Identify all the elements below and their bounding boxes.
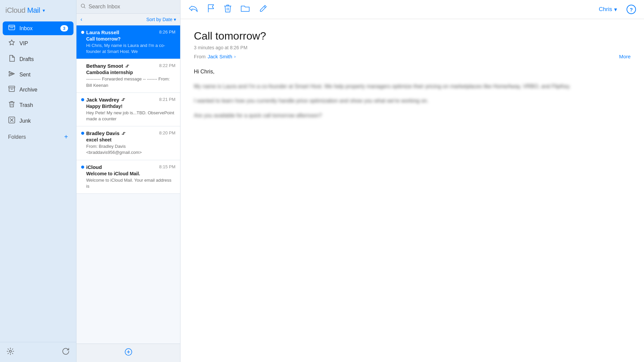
user-menu[interactable]: Chris ▾ — [599, 6, 617, 13]
sort-button[interactable]: Sort by Date ▾ — [146, 17, 176, 22]
unread-indicator — [81, 132, 84, 135]
filter-icon[interactable] — [124, 348, 132, 358]
email-preview: ---------- Forwarded message -- ------- … — [81, 76, 175, 88]
unread-indicator — [81, 31, 84, 34]
inbox-badge: 3 — [60, 25, 68, 32]
email-body-line1: My name is Laura and I'm a co-founder at… — [194, 82, 631, 91]
email-body-line3: Are you available for a quick call tomor… — [194, 111, 631, 120]
email-view-title: Call tomorrow? — [194, 30, 631, 42]
sidebar: iCloud Mail ▾ Inbox 3 VIP — [0, 0, 76, 362]
email-subject: Happy Birthday! — [81, 104, 175, 109]
sidebar-nav: Inbox 3 VIP Drafts — [0, 19, 76, 342]
search-input[interactable] — [89, 4, 176, 10]
email-subject: Cambodia internship — [81, 70, 175, 75]
email-time: 8:15 PM — [159, 164, 175, 169]
email-body-line2: I wanted to learn how you currently hand… — [194, 97, 631, 105]
email-greeting: Hi Chris, — [194, 67, 631, 76]
email-item[interactable]: Bradley Davis 🖇 8:20 PM excel sheet From… — [76, 126, 180, 160]
inbox-label: Inbox — [19, 25, 56, 32]
email-list-panel: ‹ Sort by Date ▾ Laura Russell 8:26 PM C… — [76, 0, 180, 362]
sort-label-text: Sort by Date — [146, 17, 172, 22]
junk-label: Junk — [19, 118, 68, 124]
trash-label: Trash — [19, 102, 68, 108]
sidebar-item-archive[interactable]: Archive — [3, 82, 73, 97]
email-item[interactable]: Laura Russell 8:26 PM Call tomorrow? Hi … — [76, 25, 180, 59]
email-preview: Hi Chris, My name is Laura and I'm a co-… — [81, 43, 175, 55]
sidebar-item-trash[interactable]: Trash — [3, 98, 73, 113]
email-body: Hi Chris, My name is Laura and I'm a co-… — [194, 67, 631, 120]
refresh-icon[interactable] — [62, 348, 69, 357]
search-icon — [80, 3, 86, 10]
archive-icon — [8, 86, 15, 94]
email-preview: Hey Pete! My new job is...TBD. ObservePo… — [81, 110, 175, 122]
email-view-panel: Chris ▾ ? Call tomorrow? 3 minutes ago a… — [180, 0, 644, 362]
sidebar-item-drafts[interactable]: Drafts — [3, 52, 73, 67]
email-subject: excel sheet — [81, 137, 175, 142]
reply-button[interactable] — [189, 5, 198, 14]
delete-button[interactable] — [224, 4, 231, 15]
unread-indicator — [81, 166, 84, 169]
sort-bar: ‹ Sort by Date ▾ — [76, 14, 180, 25]
email-preview: Welcome to iCloud Mail. Your email addre… — [81, 177, 175, 189]
drafts-icon — [8, 55, 15, 63]
vip-label: VIP — [19, 41, 68, 47]
junk-icon — [8, 117, 15, 125]
email-list-footer — [76, 344, 180, 362]
sidebar-item-junk[interactable]: Junk — [3, 113, 73, 128]
username-label: Chris — [599, 6, 612, 13]
attachment-icon: 🖇 — [125, 64, 129, 68]
sidebar-item-inbox[interactable]: Inbox 3 — [3, 21, 73, 35]
help-button[interactable]: ? — [627, 5, 636, 14]
attachment-icon: 🖇 — [121, 131, 125, 136]
drafts-label: Drafts — [19, 56, 68, 62]
more-button[interactable]: More — [619, 54, 631, 59]
email-time: 8:22 PM — [159, 63, 175, 68]
email-view-timestamp: 3 minutes ago at 8:26 PM — [194, 45, 631, 50]
vip-icon — [8, 39, 15, 48]
help-icon: ? — [630, 7, 633, 12]
sidebar-header: iCloud Mail ▾ — [0, 0, 76, 19]
email-sender: Bethany Smoot — [86, 63, 123, 69]
from-label: From — [194, 54, 206, 59]
user-dropdown-icon: ▾ — [614, 6, 617, 13]
app-product: Mail — [27, 6, 40, 14]
svg-point-4 — [9, 350, 11, 352]
inbox-icon — [8, 25, 15, 32]
search-bar — [76, 0, 180, 14]
email-sender: Jack Vawdrey — [86, 97, 119, 103]
email-item[interactable]: Jack Vawdrey 🖇 8:21 PM Happy Birthday! H… — [76, 93, 180, 126]
from-name[interactable]: Jack Smith — [208, 54, 232, 59]
folders-section: Folders + — [3, 130, 73, 144]
email-time: 8:20 PM — [159, 130, 175, 135]
email-content: Call tomorrow? 3 minutes ago at 8:26 PM … — [180, 19, 644, 362]
email-from-info: From Jack Smith › — [194, 54, 236, 59]
add-folder-button[interactable]: + — [64, 133, 68, 141]
sidebar-item-sent[interactable]: Sent — [3, 67, 73, 82]
email-sender: iCloud — [86, 164, 102, 170]
email-sender: Laura Russell — [86, 29, 119, 35]
compose-button[interactable] — [259, 4, 268, 15]
email-item[interactable]: iCloud 8:15 PM Welcome to iCloud Mail. W… — [76, 160, 180, 194]
sidebar-item-vip[interactable]: VIP — [3, 36, 73, 51]
sent-label: Sent — [19, 72, 68, 78]
email-toolbar: Chris ▾ ? — [180, 0, 644, 19]
trash-icon — [8, 101, 15, 109]
svg-rect-1 — [10, 27, 13, 28]
folders-label: Folders — [8, 134, 60, 140]
sent-icon — [8, 71, 15, 78]
sort-chevron-icon: ▾ — [174, 17, 176, 22]
email-subject: Call tomorrow? — [81, 36, 175, 42]
attachment-icon: 🖇 — [121, 97, 125, 102]
email-item[interactable]: Bethany Smoot 🖇 8:22 PM Cambodia interns… — [76, 59, 180, 93]
email-time: 8:26 PM — [159, 29, 175, 35]
sidebar-footer — [0, 342, 76, 362]
app-dropdown-icon[interactable]: ▾ — [43, 8, 45, 13]
unread-indicator — [81, 98, 84, 101]
back-button[interactable]: ‹ — [80, 16, 82, 22]
settings-icon[interactable] — [7, 348, 14, 357]
email-time: 8:21 PM — [159, 97, 175, 102]
flag-button[interactable] — [207, 4, 215, 15]
move-button[interactable] — [241, 5, 250, 14]
archive-label: Archive — [19, 87, 68, 93]
from-arrow-icon[interactable]: › — [234, 54, 235, 59]
